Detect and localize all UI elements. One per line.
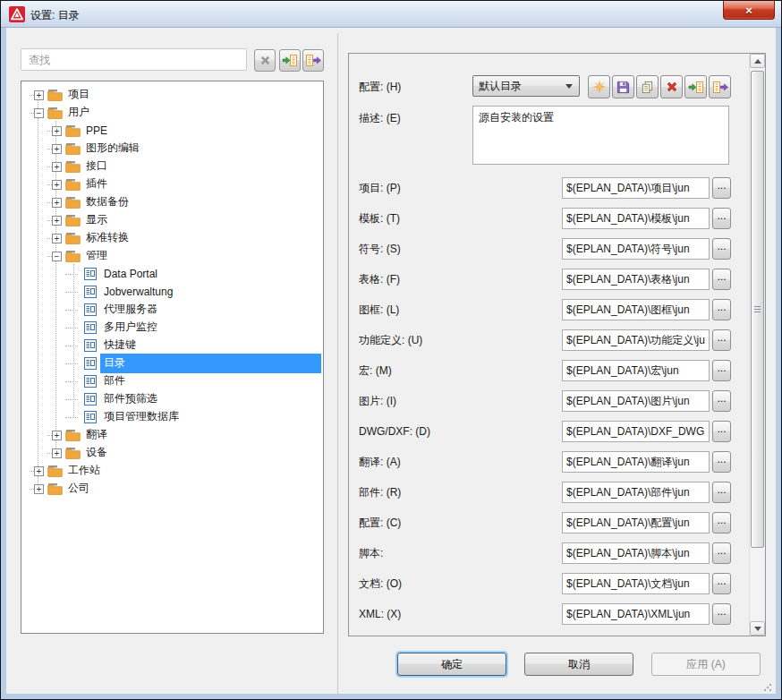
expand-toggle-icon[interactable]: + xyxy=(52,144,62,154)
close-button[interactable]: × xyxy=(723,1,775,20)
resize-grip[interactable] xyxy=(763,683,772,692)
tree-item[interactable]: +公司 xyxy=(21,480,323,498)
tree-item[interactable]: 目录 xyxy=(21,354,323,372)
description-field[interactable]: 源自安装的设置 xyxy=(472,106,729,165)
tree-item-label: 部件预筛选 xyxy=(100,389,321,409)
configuration-dropdown[interactable]: 默认目录 xyxy=(472,75,580,97)
tree-item[interactable]: +设备 xyxy=(21,444,323,462)
field-input[interactable] xyxy=(562,177,710,199)
tree-item[interactable]: +数据备份 xyxy=(21,193,323,211)
field-input[interactable] xyxy=(562,482,710,503)
tree-item[interactable]: +标准转换 xyxy=(21,229,323,247)
new-configuration-button[interactable] xyxy=(588,75,610,98)
tree-item[interactable]: Data Portal xyxy=(21,265,323,283)
titlebar[interactable]: 设置: 目录 × xyxy=(1,1,781,28)
jump-to-next-hit-button[interactable] xyxy=(279,49,301,72)
tree-item[interactable]: 代理服务器 xyxy=(21,301,323,319)
browse-button[interactable]: ... xyxy=(712,390,731,412)
jump-to-previous-hit-button[interactable] xyxy=(302,49,324,72)
expand-toggle-icon[interactable]: + xyxy=(34,484,44,494)
field-input[interactable] xyxy=(562,603,710,625)
copy-configuration-button[interactable] xyxy=(636,75,659,98)
browse-button[interactable]: ... xyxy=(712,208,731,229)
delete-configuration-button[interactable] xyxy=(660,75,683,98)
field-input[interactable] xyxy=(562,299,710,320)
browse-button[interactable]: ... xyxy=(712,482,731,503)
vertical-scrollbar[interactable] xyxy=(749,54,764,636)
expand-toggle-icon[interactable]: + xyxy=(52,448,62,458)
tree-item[interactable]: +翻译 xyxy=(21,426,323,444)
browse-button[interactable]: ... xyxy=(712,177,731,199)
tree-item[interactable]: +工作站 xyxy=(21,462,323,480)
tree-item[interactable]: 部件 xyxy=(21,372,323,390)
browse-button[interactable]: ... xyxy=(712,603,731,625)
tree-connector xyxy=(70,363,83,364)
expand-toggle-icon[interactable]: + xyxy=(34,90,44,100)
tree-item-label: 接口 xyxy=(82,157,321,176)
field-input[interactable] xyxy=(562,329,710,351)
expand-toggle-icon[interactable]: + xyxy=(52,126,62,136)
tree-connector xyxy=(70,381,83,382)
field-input[interactable] xyxy=(562,421,710,442)
tree-item[interactable]: +接口 xyxy=(21,158,323,175)
scroll-down-button[interactable] xyxy=(750,621,765,636)
tree-item[interactable]: +显示 xyxy=(21,211,323,229)
browse-button[interactable]: ... xyxy=(712,421,731,442)
search-input[interactable] xyxy=(21,48,247,71)
field-input[interactable] xyxy=(562,451,710,473)
tree-item[interactable]: 部件预筛选 xyxy=(21,390,323,408)
ok-button[interactable]: 确定 xyxy=(397,653,506,676)
field-input[interactable] xyxy=(562,360,710,381)
directory-field-row: 模板: (T)... xyxy=(359,208,730,229)
field-input[interactable] xyxy=(562,238,710,260)
cancel-button[interactable]: 取消 xyxy=(524,653,633,676)
browse-button[interactable]: ... xyxy=(712,542,731,564)
expand-toggle-icon[interactable]: + xyxy=(52,216,62,226)
tree-item[interactable]: −用户 xyxy=(21,104,323,122)
browse-button[interactable]: ... xyxy=(712,238,731,260)
browse-button[interactable]: ... xyxy=(712,269,731,290)
collapse-toggle-icon[interactable]: − xyxy=(34,108,44,118)
expand-toggle-icon[interactable]: + xyxy=(52,162,62,172)
browse-button[interactable]: ... xyxy=(712,573,731,594)
tree-item[interactable]: +图形的编辑 xyxy=(21,140,323,158)
tree-item[interactable]: +项目 xyxy=(21,86,323,104)
browse-button[interactable]: ... xyxy=(712,329,731,351)
browse-button[interactable]: ... xyxy=(712,451,731,473)
scrollbar-thumb[interactable] xyxy=(751,71,764,548)
tree-item[interactable]: 多用户监控 xyxy=(21,319,323,337)
save-configuration-button[interactable] xyxy=(612,75,634,98)
browse-button[interactable]: ... xyxy=(712,512,731,534)
export-configuration-button[interactable] xyxy=(709,75,731,98)
import-configuration-button[interactable] xyxy=(684,75,707,98)
expand-toggle-icon[interactable]: + xyxy=(34,466,44,476)
field-input[interactable] xyxy=(562,269,710,290)
tree-item[interactable]: 快捷键 xyxy=(21,337,323,354)
field-label: 图片: (I) xyxy=(359,394,562,409)
field-label: 功能定义: (U) xyxy=(359,333,562,348)
expand-toggle-icon[interactable]: + xyxy=(52,198,62,208)
expand-toggle-icon[interactable]: + xyxy=(52,431,62,440)
settings-tree[interactable]: +项目−用户+PPE+图形的编辑+接口+插件+数据备份+显示+标准转换−管理Da… xyxy=(21,81,324,634)
tree-item[interactable]: 项目管理数据库 xyxy=(21,408,323,426)
collapse-toggle-icon[interactable]: − xyxy=(52,252,62,261)
field-input[interactable] xyxy=(562,512,710,534)
clear-search-button[interactable] xyxy=(254,49,276,72)
expand-toggle-icon[interactable]: + xyxy=(52,180,62,190)
scroll-up-button[interactable] xyxy=(750,54,765,68)
field-input[interactable] xyxy=(562,573,710,594)
expand-toggle-icon[interactable]: + xyxy=(52,234,62,243)
tree-item[interactable]: +PPE xyxy=(21,122,323,140)
directory-field-row: 符号: (S)... xyxy=(359,238,730,260)
tree-item[interactable]: −管理 xyxy=(21,247,323,265)
browse-button[interactable]: ... xyxy=(712,360,731,381)
tree-guide-line xyxy=(73,264,74,416)
field-input[interactable] xyxy=(562,390,710,412)
tree-item-label: 用户 xyxy=(64,103,321,123)
tree-item[interactable]: +插件 xyxy=(21,175,323,193)
tree-item[interactable]: Jobverwaltung xyxy=(21,283,323,301)
field-input[interactable] xyxy=(562,542,710,564)
field-input[interactable] xyxy=(562,208,710,229)
browse-button[interactable]: ... xyxy=(712,299,731,320)
directory-field-row: XML: (X)... xyxy=(359,603,730,625)
